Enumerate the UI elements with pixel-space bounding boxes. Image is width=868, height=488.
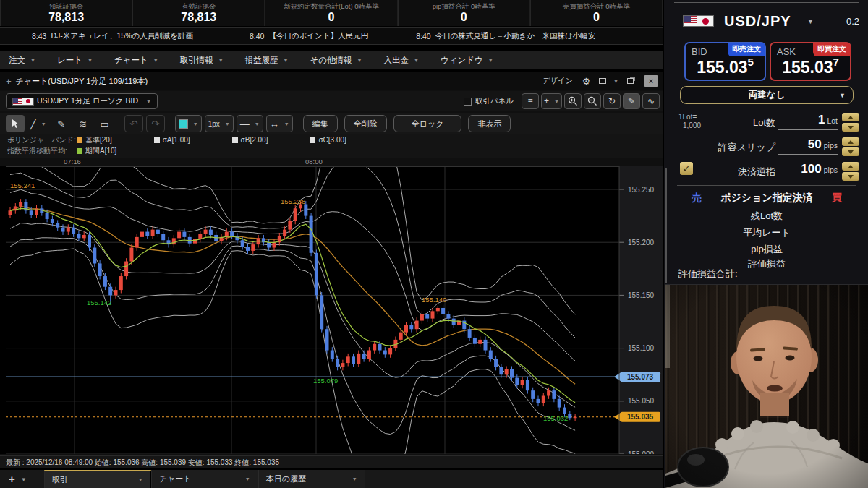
refresh-button[interactable]: ↻ <box>603 93 621 109</box>
menu-item-pl-history[interactable]: 損益履歴▼ <box>245 55 289 66</box>
slippage-input[interactable]: 50pips <box>778 137 838 155</box>
chevron-down-icon: ▼ <box>88 58 93 63</box>
color-picker-button[interactable]: ▼ <box>175 115 202 132</box>
webcam-overlay <box>665 285 868 488</box>
news-time: 8:43 <box>32 32 46 40</box>
line-style-button[interactable]: —▼ <box>237 115 263 132</box>
add-tab-button[interactable]: + <box>9 473 15 485</box>
chart-titlebar[interactable]: + チャート(USD/JPY 1分足 109/119本) デザイン ⚙ ▼ × <box>0 72 663 90</box>
zoom-out-button[interactable] <box>584 93 601 109</box>
menu-item-rates[interactable]: レート▼ <box>57 55 93 66</box>
menu-item-window[interactable]: ウィンドウ▼ <box>441 55 493 66</box>
stepper-down-button[interactable] <box>842 147 859 156</box>
position-close-link[interactable]: ポジション指定決済 <box>720 192 813 205</box>
menu-item-order[interactable]: 注文▼ <box>9 55 35 66</box>
check-icon: ✓ <box>683 163 691 174</box>
chevron-down-icon: ▼ <box>284 58 289 63</box>
menu-bar: 注文▼ レート▼ チャート▼ 取引情報▼ 損益履歴▼ その他情報▼ 入出金▼ ウ… <box>0 51 663 69</box>
pen-tool-icon: ✎ <box>57 119 65 129</box>
gear-icon[interactable]: ⚙ <box>582 76 590 87</box>
account-cell: pip損益合計 0時基準 0 <box>398 0 530 26</box>
hedge-mode-select[interactable]: 両建なし ▼ <box>680 86 854 104</box>
hide-button[interactable]: 非表示 <box>468 115 511 132</box>
arrow-style-button[interactable]: ↔▼ <box>266 115 293 132</box>
menu-item-deposit[interactable]: 入出金▼ <box>384 55 419 66</box>
stepper-down-button[interactable] <box>842 172 859 181</box>
design-button[interactable]: デザイン <box>542 76 573 86</box>
svg-text:155.142: 155.142 <box>87 299 111 307</box>
tab-today-history[interactable]: 本日の履歴▼ <box>258 470 365 488</box>
trade-panel-checkbox[interactable] <box>464 98 472 106</box>
menu-item-chart[interactable]: チャート▼ <box>114 55 158 66</box>
stepper-down-button[interactable] <box>842 123 859 132</box>
panel-scrollbar[interactable] <box>665 168 667 283</box>
close-button[interactable]: × <box>644 75 658 87</box>
trading-app: 預託証拠金 78,813 有効証拠金 78,813 新規約定数量合計(Lot) … <box>0 0 868 488</box>
divider <box>677 185 856 186</box>
news-text: 今日の株式見通し＝小動きか 米国株は小幅安 <box>435 31 596 41</box>
symbol-selector[interactable]: USD/JPY 1分足 ローソク BID ▼ <box>6 93 158 109</box>
chevron-down-icon: ▼ <box>284 121 289 127</box>
stop-loss-checkbox[interactable]: ✓ <box>680 162 693 175</box>
line-tool-button[interactable]: ╱▼ <box>27 115 49 132</box>
candlestick-chart[interactable]: 155.241155.238155.140155.142155.079155.0… <box>0 166 664 454</box>
sell-side-label[interactable]: 売 <box>692 192 702 205</box>
remaining-lots-label: 残Lot数 <box>664 210 868 223</box>
legend-chip: 基準[20] <box>77 135 112 145</box>
chart-symbol-row: USD/JPY 1分足 ローソク BID ▼ 取引パネル ≡ +▼ ↻ ✎ ∿ <box>0 91 663 111</box>
stop-loss-input[interactable]: 100pips <box>778 162 838 179</box>
delete-all-button[interactable]: 全削除 <box>344 115 387 132</box>
ask-label: ASK <box>777 46 796 57</box>
lot-count-input[interactable]: 1Lot <box>778 113 838 130</box>
pen-tool-button[interactable]: ✎ <box>52 115 71 132</box>
slippage-stepper <box>842 137 859 156</box>
chart-status-bar: 最新 : 2025/12/16 08:49:00 始値: 155.036 高値:… <box>0 455 663 468</box>
redo-button[interactable]: ↷ <box>146 115 165 132</box>
account-cell: 有効証拠金 78,813 <box>132 0 265 26</box>
window-mode-button[interactable]: ▼ <box>599 78 618 84</box>
chevron-down-icon[interactable]: ▼ <box>21 476 27 483</box>
news-item: 8:43 DJ-米アキュレイ、15%の人員削減を計画 <box>32 31 193 41</box>
svg-text:155.250: 155.250 <box>628 186 655 194</box>
shape-tool-button[interactable]: ▭ <box>95 115 114 132</box>
fibonacci-tool-button[interactable]: ≋ <box>74 115 93 132</box>
stepper-up-button[interactable] <box>842 137 859 146</box>
chevron-down-icon: ▼ <box>357 58 362 63</box>
buy-side-label[interactable]: 買 <box>832 192 842 205</box>
indicator-button[interactable]: ∿ <box>642 93 660 109</box>
stop-loss-row: 決済逆指 100pips <box>664 162 868 182</box>
ask-button[interactable]: ASK 即買注文 155.037 <box>770 42 851 81</box>
zoom-in-button[interactable] <box>564 93 582 109</box>
stepper-up-button[interactable] <box>842 113 859 121</box>
pair-selector-chevron-icon[interactable]: ▼ <box>807 17 814 25</box>
price-lines-button[interactable]: ≡ <box>522 93 539 109</box>
lock-all-button[interactable]: 全ロック <box>393 115 462 132</box>
draw-mode-button[interactable]: ✎ <box>623 93 640 109</box>
x-axis-label: 08:00 <box>305 158 323 166</box>
account-cell-label: 売買損益合計 0時基準 <box>563 2 630 11</box>
trade-panel-label: 取引パネル <box>475 96 514 106</box>
move-icon[interactable]: + <box>6 76 12 87</box>
tab-chart[interactable]: チャート▼ <box>151 470 258 488</box>
line-width-button[interactable]: 1px▼ <box>205 115 234 132</box>
undo-button[interactable]: ↶ <box>124 115 143 132</box>
tab-trade[interactable]: 取引▼ <box>44 470 151 488</box>
cursor-tool-button[interactable] <box>6 115 25 132</box>
edit-button[interactable]: 編集 <box>303 115 338 132</box>
account-cell-label: 有効証拠金 <box>182 2 216 11</box>
chevron-down-icon: ▼ <box>414 58 419 63</box>
svg-text:155.238: 155.238 <box>281 197 305 205</box>
panel-divider <box>674 2 859 3</box>
slippage-row: 許容スリップ 50pips <box>664 137 868 158</box>
menu-item-trade-info[interactable]: 取引情報▼ <box>180 55 224 66</box>
popout-icon[interactable] <box>627 78 634 84</box>
bid-button[interactable]: BID 即売注文 155.035 <box>684 42 766 81</box>
crosshair-button[interactable]: +▼ <box>541 93 562 109</box>
news-item: 8:40 今日の株式見通し＝小動きか 米国株は小幅安 <box>416 31 595 41</box>
bollinger-legend-label: ボリンジャーバンド: <box>7 135 77 145</box>
sell-order-badge: 即売注文 <box>728 43 765 56</box>
stepper-up-button[interactable] <box>842 162 859 171</box>
menu-item-other-info[interactable]: その他情報▼ <box>310 55 362 66</box>
account-cell-label: 預託証拠金 <box>49 2 84 11</box>
indicator-legend: ボリンジャーバンド: 基準[20] σA[1.00] σB[2.00] σC[3… <box>0 134 663 158</box>
